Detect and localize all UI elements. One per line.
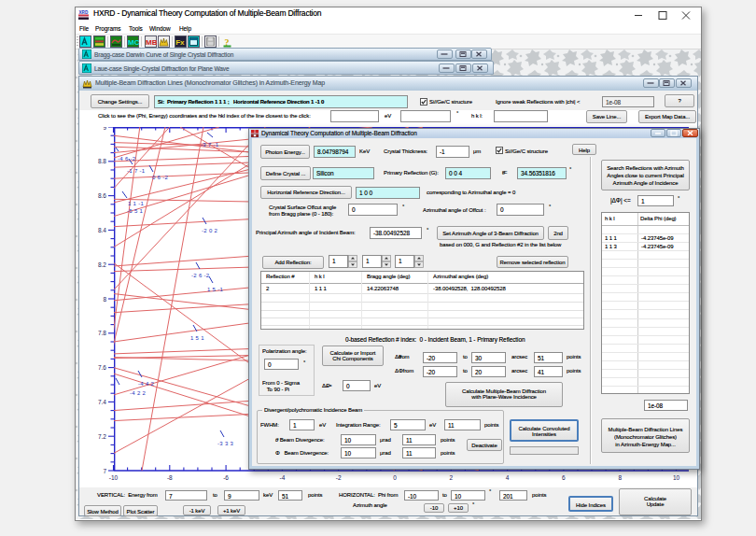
svg-text:-2 0 2: -2 0 2 (202, 228, 218, 233)
svg-text:-4 4 2: -4 4 2 (138, 381, 155, 387)
svg-text:-6: -6 (223, 474, 229, 481)
svg-text:8.6: 8.6 (98, 192, 106, 199)
svg-text:7.6: 7.6 (98, 364, 106, 371)
svg-text:8.8: 8.8 (98, 158, 106, 164)
svg-text:1 1 -1: 1 1 -1 (128, 201, 145, 206)
svg-text:-4: -4 (280, 474, 286, 481)
svg-text:7.8: 7.8 (98, 330, 106, 336)
svg-text:-2 6 -2: -2 6 -2 (191, 273, 210, 278)
svg-text:7.2: 7.2 (98, 433, 106, 440)
svg-text:7: 7 (103, 468, 106, 474)
svg-text:-10: -10 (109, 474, 119, 481)
svg-text:0 6 -2: 0 6 -2 (152, 175, 169, 180)
svg-text:-3 3 3: -3 3 3 (217, 441, 234, 446)
svg-text:0: 0 (393, 474, 397, 481)
svg-text:-4 2 2: -4 2 2 (130, 390, 147, 396)
svg-text:-1 7 -1: -1 7 -1 (127, 168, 146, 174)
svg-text:4: 4 (506, 474, 510, 481)
svg-text:8.4: 8.4 (98, 227, 106, 233)
svg-text:-3 7 -1: -3 7 -1 (201, 142, 219, 148)
svg-text:8: 8 (618, 474, 622, 481)
svg-text:2: 2 (449, 474, 453, 481)
svg-text:MB: MB (146, 38, 157, 47)
svg-text:-2: -2 (336, 474, 342, 481)
svg-text:-4 6 -2: -4 6 -2 (118, 156, 136, 162)
svg-text:8: 8 (103, 296, 106, 303)
svg-text:-8: -8 (167, 474, 173, 481)
svg-text:1 5 1: 1 5 1 (190, 335, 204, 341)
svg-text:1 5 -1: 1 5 -1 (207, 287, 224, 292)
svg-text:XRD: XRD (79, 10, 89, 15)
svg-text:9: 9 (103, 127, 106, 131)
svg-text:10: 10 (673, 474, 680, 481)
svg-text:7.4: 7.4 (98, 399, 106, 405)
svg-text:Fx: Fx (175, 38, 185, 47)
svg-text:8.2: 8.2 (98, 261, 106, 268)
svg-text:MC: MC (128, 38, 139, 47)
svg-text:-5 5 1: -5 5 1 (127, 208, 144, 214)
svg-text:6: 6 (562, 474, 566, 481)
